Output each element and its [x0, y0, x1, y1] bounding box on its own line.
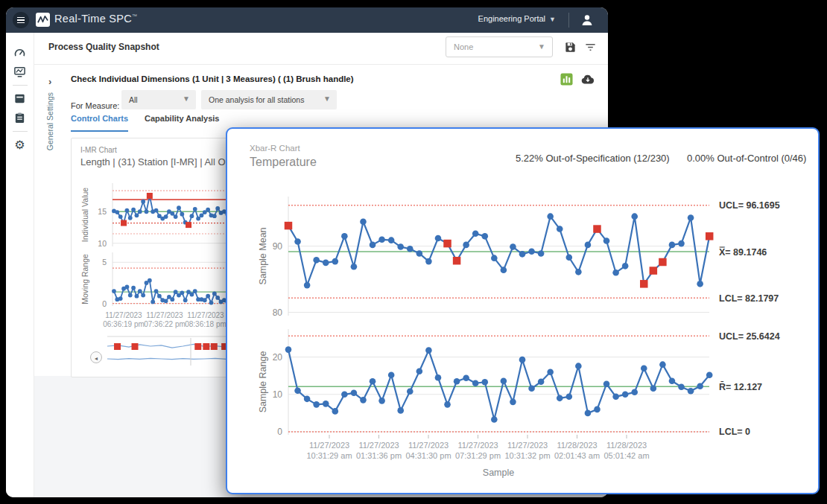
data-point-marker[interactable] — [209, 301, 214, 305]
data-point-marker[interactable] — [304, 396, 311, 403]
archive-box-icon[interactable] — [13, 92, 27, 106]
navigator-oos-marker[interactable] — [203, 343, 209, 350]
data-point-marker[interactable] — [641, 365, 647, 371]
data-point-marker[interactable] — [557, 226, 563, 232]
oos-marker[interactable] — [453, 257, 461, 265]
dashboard-gauge-icon[interactable] — [13, 47, 27, 60]
data-point-marker[interactable] — [575, 269, 582, 275]
data-point-marker[interactable] — [141, 200, 145, 204]
data-point-marker[interactable] — [294, 238, 301, 245]
data-point-marker[interactable] — [154, 208, 159, 213]
data-point-marker[interactable] — [407, 388, 414, 395]
data-point-marker[interactable] — [585, 410, 592, 417]
filter-icon[interactable] — [584, 41, 597, 54]
data-point-marker[interactable] — [128, 293, 133, 298]
tab-control-charts[interactable]: Control Charts — [71, 114, 128, 132]
expand-chevron-icon[interactable]: › — [48, 76, 51, 87]
data-point-marker[interactable] — [304, 282, 311, 289]
data-point-marker[interactable] — [622, 263, 629, 269]
analysis-mode-select[interactable]: One analysis for all stations ▼ — [201, 90, 337, 109]
data-point-marker[interactable] — [528, 385, 535, 392]
data-point-marker[interactable] — [472, 230, 479, 237]
data-point-marker[interactable] — [491, 255, 498, 261]
data-point-marker[interactable] — [215, 206, 220, 211]
data-point-marker[interactable] — [135, 213, 139, 217]
data-point-marker[interactable] — [206, 294, 210, 299]
data-point-marker[interactable] — [118, 214, 123, 219]
data-point-marker[interactable] — [313, 401, 320, 408]
data-point-marker[interactable] — [360, 397, 367, 403]
data-point-marker[interactable] — [212, 214, 217, 218]
oos-marker[interactable] — [640, 280, 648, 288]
data-point-marker[interactable] — [215, 296, 220, 300]
data-point-marker[interactable] — [528, 248, 535, 255]
data-point-marker[interactable] — [164, 299, 168, 303]
data-point-marker[interactable] — [294, 387, 301, 394]
data-point-marker[interactable] — [157, 294, 162, 299]
data-point-marker[interactable] — [575, 363, 582, 369]
data-point-marker[interactable] — [170, 297, 174, 302]
data-point-marker[interactable] — [180, 212, 184, 217]
data-point-marker[interactable] — [164, 214, 168, 219]
data-point-marker[interactable] — [341, 392, 348, 398]
data-point-marker[interactable] — [150, 300, 155, 304]
menu-icon[interactable] — [13, 12, 29, 28]
data-point-marker[interactable] — [360, 218, 367, 225]
data-point-marker[interactable] — [612, 269, 619, 276]
data-point-marker[interactable] — [378, 236, 385, 243]
data-point-marker[interactable] — [128, 216, 133, 220]
data-point-marker[interactable] — [212, 291, 217, 296]
monitor-chart-icon[interactable] — [13, 66, 27, 79]
navigator-oos-marker[interactable] — [132, 343, 139, 350]
data-point-marker[interactable] — [115, 210, 119, 214]
oos-marker[interactable] — [593, 225, 601, 233]
data-point-marker[interactable] — [425, 258, 432, 265]
data-point-marker[interactable] — [138, 289, 142, 293]
data-point-marker[interactable] — [501, 267, 507, 273]
data-point-marker[interactable] — [481, 379, 488, 386]
data-point-marker[interactable] — [444, 401, 451, 408]
data-point-marker[interactable] — [131, 208, 136, 212]
data-point-marker[interactable] — [193, 207, 197, 211]
data-point-marker[interactable] — [190, 293, 194, 297]
data-point-marker[interactable] — [659, 361, 666, 368]
data-point-marker[interactable] — [180, 290, 184, 295]
navigator-oos-marker[interactable] — [114, 343, 121, 350]
saved-view-select[interactable]: None ▼ — [446, 36, 553, 57]
data-point-marker[interactable] — [131, 286, 136, 290]
cloud-download-icon[interactable] — [580, 73, 593, 86]
data-point-marker[interactable] — [463, 374, 469, 381]
data-point-marker[interactable] — [145, 209, 149, 214]
data-point-marker[interactable] — [547, 213, 554, 220]
data-point-marker[interactable] — [622, 392, 629, 398]
data-point-marker[interactable] — [285, 346, 292, 353]
chart-view-icon[interactable] — [560, 73, 573, 86]
data-point-marker[interactable] — [688, 214, 694, 221]
data-point-marker[interactable] — [154, 289, 159, 293]
data-point-marker[interactable] — [416, 250, 423, 257]
data-point-marker[interactable] — [118, 296, 123, 301]
data-point-marker[interactable] — [206, 208, 210, 212]
oos-marker[interactable] — [186, 222, 191, 228]
data-point-marker[interactable] — [370, 242, 376, 249]
data-point-marker[interactable] — [631, 213, 638, 220]
data-point-marker[interactable] — [491, 416, 498, 423]
data-point-marker[interactable] — [669, 377, 676, 384]
oos-marker[interactable] — [121, 220, 127, 226]
data-point-marker[interactable] — [678, 240, 685, 247]
data-point-marker[interactable] — [538, 378, 545, 385]
data-point-marker[interactable] — [594, 406, 601, 413]
user-icon[interactable] — [580, 13, 595, 28]
save-icon[interactable] — [564, 41, 577, 54]
data-point-marker[interactable] — [510, 399, 516, 406]
data-point-marker[interactable] — [177, 205, 181, 210]
data-point-marker[interactable] — [585, 242, 592, 249]
data-point-marker[interactable] — [688, 388, 694, 395]
data-point-marker[interactable] — [190, 214, 194, 218]
data-point-marker[interactable] — [388, 237, 395, 243]
data-point-marker[interactable] — [454, 378, 460, 385]
data-point-marker[interactable] — [170, 211, 174, 216]
data-point-marker[interactable] — [678, 383, 685, 390]
data-point-marker[interactable] — [112, 289, 116, 293]
data-point-marker[interactable] — [125, 208, 130, 213]
